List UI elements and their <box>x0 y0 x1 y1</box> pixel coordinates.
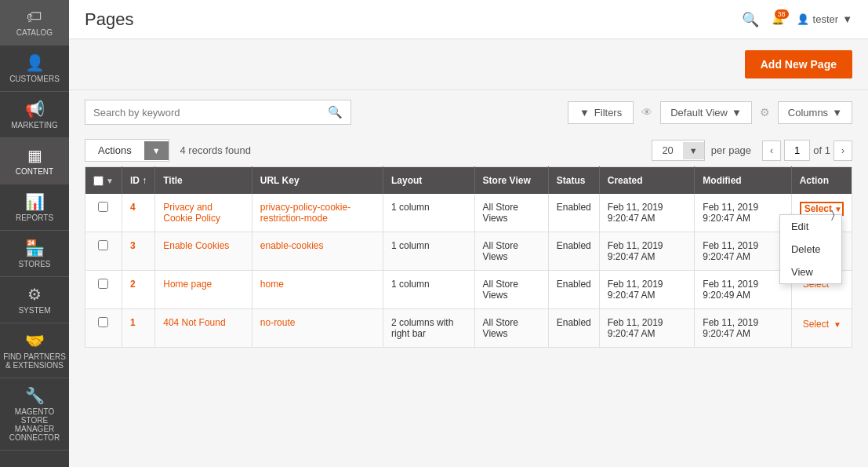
select-all-checkbox[interactable] <box>93 176 104 186</box>
th-select-all: ▼ <box>85 167 122 195</box>
search-icon[interactable]: 🔍 <box>742 11 759 28</box>
row-modified: Feb 11, 2019 9:20:49 AM <box>695 271 791 309</box>
row-layout: 1 column <box>383 194 475 232</box>
filter-row: 🔍 ▼ Filters 👁 Default View ▼ ⚙ Columns ▼ <box>69 90 868 134</box>
select-arrow-icon[interactable]: ▼ <box>833 320 841 329</box>
row-modified: Feb 11, 2019 9:20:47 AM <box>695 309 791 348</box>
sidebar-item-customers[interactable]: 👤 CUSTOMERS <box>0 46 69 92</box>
main-content: Pages 🔍 🔔 38 👤 tester ▼ Add New Page 🔍 <box>69 0 868 467</box>
sidebar-item-label: STORES <box>19 260 51 268</box>
topbar: Pages 🔍 🔔 38 👤 tester ▼ <box>69 0 868 39</box>
row-checkbox[interactable] <box>98 240 108 250</box>
table-header-row: ▼ ID ↑ Title URL Key Layout Store View S… <box>85 167 852 195</box>
sidebar-item-reports[interactable]: 📊 REPORTS <box>0 184 69 231</box>
columns-button[interactable]: Columns ▼ <box>778 101 852 124</box>
username-label: tester <box>813 13 839 25</box>
row-layout: 2 columns with right bar <box>383 309 475 348</box>
row-url-key[interactable]: home <box>252 271 383 309</box>
row-title[interactable]: 404 Not Found <box>155 309 252 348</box>
th-id: ID ↑ <box>122 167 154 195</box>
sidebar-item-label: REPORTS <box>16 213 53 222</box>
select-arrow-icon[interactable]: ▼ <box>834 205 842 213</box>
sidebar-item-catalog[interactable]: 🏷 CATALOG <box>0 0 69 46</box>
sidebar-item-connector[interactable]: 🔧 MAGENTO STORE MANAGER CONNECTOR <box>0 378 69 451</box>
perpage-select[interactable]: 20 ▼ <box>652 140 704 161</box>
th-action: Action <box>791 167 852 195</box>
row-status: Enabled <box>548 194 599 232</box>
row-checkbox[interactable] <box>98 279 108 289</box>
gear-icon: ⚙ <box>760 106 770 119</box>
customers-icon: 👤 <box>25 53 45 72</box>
sidebar-item-label: SYSTEM <box>18 306 50 315</box>
default-view-button[interactable]: Default View ▼ <box>660 101 752 124</box>
row-store-view: All Store Views <box>474 271 548 309</box>
table-row: 1404 Not Foundno-route2 columns with rig… <box>85 309 852 348</box>
pagination: ‹ 1 of 1 › <box>762 140 852 161</box>
row-store-view: All Store Views <box>474 309 548 348</box>
row-checkbox-cell <box>85 194 122 232</box>
search-icon: 🔍 <box>328 105 343 119</box>
filter-icon: ▼ <box>579 107 590 119</box>
row-layout: 1 column <box>383 271 475 309</box>
select-button[interactable]: Select <box>800 317 832 331</box>
row-created: Feb 11, 2019 9:20:47 AM <box>599 232 695 271</box>
row-title[interactable]: Privacy and Cookie Policy <box>155 194 252 232</box>
row-title[interactable]: Enable Cookies <box>155 232 252 271</box>
user-chevron-icon: ▼ <box>842 13 852 25</box>
sidebar-item-label: MAGENTO STORE MANAGER CONNECTOR <box>3 407 66 442</box>
content-area: Add New Page 🔍 ▼ Filters 👁 Default View … <box>69 39 868 467</box>
filters-button[interactable]: ▼ Filters <box>568 101 634 124</box>
perpage-arrow-icon[interactable]: ▼ <box>683 142 704 159</box>
row-created: Feb 11, 2019 9:20:47 AM <box>599 271 695 309</box>
row-status: Enabled <box>548 271 599 309</box>
default-view-label: Default View <box>670 107 728 119</box>
notif-badge: 38 <box>775 9 789 19</box>
add-new-page-button[interactable]: Add New Page <box>745 50 852 78</box>
perpage-value: 20 <box>652 140 682 160</box>
row-url-key[interactable]: no-route <box>252 309 383 348</box>
row-store-view: All Store Views <box>474 232 548 271</box>
th-modified: Modified <box>695 167 791 195</box>
actions-label: Actions <box>85 140 144 161</box>
eye-icon: 👁 <box>641 106 652 119</box>
row-store-view: All Store Views <box>474 194 548 232</box>
topbar-right: 🔍 🔔 38 👤 tester ▼ <box>742 11 852 28</box>
next-page-button[interactable]: › <box>833 140 852 161</box>
connector-icon: 🔧 <box>25 386 45 405</box>
sidebar-item-stores[interactable]: 🏪 STORES <box>0 231 69 277</box>
user-menu-button[interactable]: 👤 tester ▼ <box>797 13 852 25</box>
row-checkbox[interactable] <box>98 202 108 212</box>
system-icon: ⚙ <box>27 285 42 304</box>
partners-icon: 🤝 <box>25 331 45 350</box>
notifications-button[interactable]: 🔔 38 <box>772 13 784 25</box>
th-title: Title <box>155 167 252 195</box>
sidebar-item-marketing[interactable]: 📢 MARKETING <box>0 92 69 138</box>
row-url-key[interactable]: enable-cookies <box>252 232 383 271</box>
perpage-wrap: 20 ▼ per page <box>652 140 751 161</box>
table-wrap: ▼ ID ↑ Title URL Key Layout Store View S… <box>69 166 868 363</box>
row-checkbox-cell <box>85 309 122 348</box>
search-input[interactable] <box>93 107 328 119</box>
select-menu-item-edit[interactable]: Edit <box>780 215 841 238</box>
select-menu-item-view[interactable]: View <box>780 261 841 283</box>
actions-dropdown[interactable]: Actions ▼ <box>85 139 169 162</box>
row-title[interactable]: Home page <box>155 271 252 309</box>
select-btn-wrap: Select▼ <box>800 317 841 331</box>
select-dropdown-wrap: Select▼EditDeleteView <box>800 202 844 216</box>
sidebar-item-system[interactable]: ⚙ SYSTEM <box>0 277 69 323</box>
prev-page-button[interactable]: ‹ <box>762 140 781 161</box>
view-chevron-icon: ▼ <box>732 107 742 119</box>
row-id: 4 <box>122 194 154 232</box>
pages-table: ▼ ID ↑ Title URL Key Layout Store View S… <box>85 166 852 348</box>
sidebar-item-content[interactable]: ▦ CONTENT <box>0 138 69 184</box>
row-status: Enabled <box>548 309 599 348</box>
sidebar-item-label: FIND PARTNERS & EXTENSIONS <box>3 352 66 370</box>
row-url-key[interactable]: privacy-policy-cookie-restriction-mode <box>252 194 383 232</box>
row-modified: Feb 11, 2019 9:20:47 AM <box>695 194 791 232</box>
row-checkbox[interactable] <box>98 317 108 327</box>
th-arrow-icon: ▼ <box>106 177 114 185</box>
select-menu-item-delete[interactable]: Delete <box>780 238 841 261</box>
sidebar-item-partners[interactable]: 🤝 FIND PARTNERS & EXTENSIONS <box>0 323 69 378</box>
row-created: Feb 11, 2019 9:20:47 AM <box>599 309 695 348</box>
marketing-icon: 📢 <box>25 100 45 119</box>
